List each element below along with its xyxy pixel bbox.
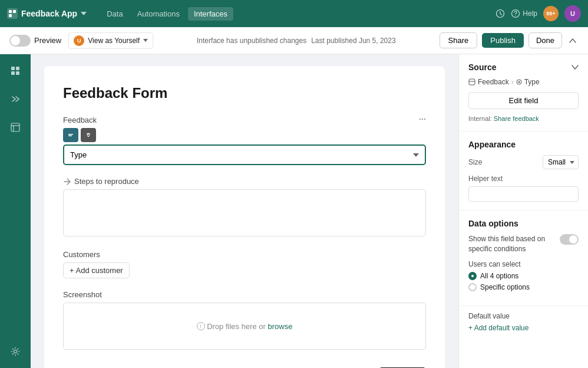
help-btn[interactable]: Help [511, 9, 537, 18]
form-card: Feedback Form Feedback [44, 66, 445, 368]
svg-point-16 [422, 119, 423, 120]
nav-right: Help 98+ U [495, 5, 581, 22]
helper-text-label: Helper text [468, 175, 503, 183]
radio-group: All 4 options Specific options [468, 272, 579, 291]
svg-point-14 [14, 350, 17, 353]
sidebar-icon-settings[interactable] [6, 342, 25, 361]
radio-all-label: All 4 options [480, 272, 518, 280]
last-published-text: Last published Jun 5, 2023 [311, 37, 395, 45]
view-as-chevron [143, 39, 148, 42]
svg-rect-7 [11, 67, 15, 70]
nav-automations[interactable]: Automations [131, 7, 186, 21]
svg-rect-0 [7, 8, 18, 19]
appearance-header: Appearance [468, 140, 579, 149]
svg-rect-8 [16, 67, 19, 70]
left-sidebar [0, 54, 31, 368]
helper-text-input[interactable] [468, 186, 579, 202]
sidebar-icon-table[interactable] [6, 118, 25, 137]
steps-icon [63, 178, 71, 186]
source-title: Source [468, 63, 496, 72]
collapse-chevron[interactable] [567, 34, 579, 47]
condition-toggle[interactable] [560, 234, 579, 245]
view-as-label: View as Yourself [88, 37, 140, 45]
appearance-title: Appearance [468, 140, 516, 149]
size-select[interactable]: Small [543, 155, 579, 169]
right-panel: Source Feedback › Type Edit field Intern… [458, 54, 588, 368]
bc-feedback: Feedback [478, 78, 509, 86]
internal-text: Internal: Share feedback [468, 115, 539, 122]
radio-all-options[interactable]: All 4 options [468, 272, 579, 280]
steps-textarea[interactable] [63, 189, 426, 236]
radio-all-dot [468, 272, 477, 280]
avatar-main[interactable]: U [564, 5, 581, 22]
type-select-wrapper: Type [63, 144, 426, 165]
history-btn[interactable] [495, 9, 505, 18]
users-can-select: Users can select All 4 options Specific … [468, 260, 579, 291]
app-name: Feedback App [21, 9, 77, 18]
add-customer-button[interactable]: + Add customer [63, 262, 130, 278]
avatar-secondary[interactable]: 98+ [543, 6, 559, 21]
nav-interfaces[interactable]: Interfaces [188, 7, 233, 21]
toolbar: Preview U View as Yourself Interface has… [0, 27, 588, 54]
view-as-avatar: U [74, 35, 84, 46]
screenshot-label: Screenshot [63, 290, 426, 299]
source-header: Source [468, 63, 579, 72]
nav-links: Data Automations Interfaces [101, 7, 233, 21]
app-logo[interactable]: Feedback App [7, 8, 87, 19]
feedback-label: Feedback [63, 116, 426, 124]
source-db-icon [468, 78, 475, 86]
radio-specific-label: Specific options [480, 283, 530, 291]
svg-point-23 [518, 81, 520, 83]
toolbar-right: Share Publish Done [440, 32, 579, 48]
sidebar-icon-grid[interactable] [6, 61, 25, 80]
condition-label: Show this field based on specific condit… [468, 234, 551, 254]
size-row: Size Small [468, 155, 579, 169]
data-options-title: Data options [468, 219, 579, 228]
field-options-icon[interactable] [419, 116, 426, 124]
internal-info: Internal: Share feedback [468, 114, 579, 123]
main-layout: Feedback Form Feedback [0, 54, 588, 368]
app-logo-icon [7, 8, 18, 19]
type-select[interactable]: Type [63, 144, 426, 165]
svg-rect-11 [11, 123, 19, 132]
field-delete-btn[interactable] [81, 128, 96, 142]
type-field-icon [516, 79, 522, 85]
feedback-field-group: Feedback Type [63, 116, 426, 165]
preview-label: Preview [34, 36, 61, 45]
share-button[interactable]: Share [440, 32, 478, 48]
preview-toggle[interactable] [9, 35, 31, 47]
add-default-label: + Add default value [468, 324, 528, 332]
edit-field-button[interactable]: Edit field [468, 92, 579, 109]
steps-field-group: Steps to reproduce [63, 177, 426, 238]
publish-button[interactable]: Publish [482, 33, 524, 48]
browse-link[interactable]: browse [268, 322, 293, 331]
svg-rect-1 [9, 10, 12, 13]
drop-zone[interactable]: i Drop files here or browse [63, 303, 426, 350]
drop-text: Drop files here or [207, 322, 266, 331]
form-title: Feedback Form [63, 85, 426, 101]
screenshot-section: Screenshot i Drop files here or browse [63, 290, 426, 350]
share-feedback-link[interactable]: Share feedback [494, 115, 539, 122]
field-type-icon-btn[interactable] [63, 128, 78, 142]
trash-icon [85, 132, 91, 138]
bc-type: Type [524, 78, 540, 86]
done-button[interactable]: Done [528, 32, 562, 48]
settings-icon [11, 347, 20, 356]
add-default-button[interactable]: + Add default value [468, 324, 579, 332]
field-type-icon [68, 132, 74, 138]
svg-rect-2 [13, 10, 16, 13]
nav-data[interactable]: Data [101, 7, 128, 21]
history-icon [495, 9, 505, 18]
top-nav: Feedback App Data Automations Interfaces… [0, 0, 588, 27]
grid-icon [11, 66, 20, 75]
customers-section: Customers + Add customer [63, 250, 426, 278]
users-can-select-label: Users can select [468, 260, 579, 268]
source-chevron-icon[interactable] [572, 65, 579, 70]
size-label: Size [468, 158, 482, 166]
radio-specific-options[interactable]: Specific options [468, 283, 579, 291]
svg-point-6 [516, 15, 516, 16]
view-as-selector[interactable]: U View as Yourself [68, 32, 153, 49]
svg-point-15 [419, 119, 421, 120]
sidebar-icon-chevron[interactable] [6, 90, 25, 109]
svg-rect-9 [11, 71, 15, 75]
